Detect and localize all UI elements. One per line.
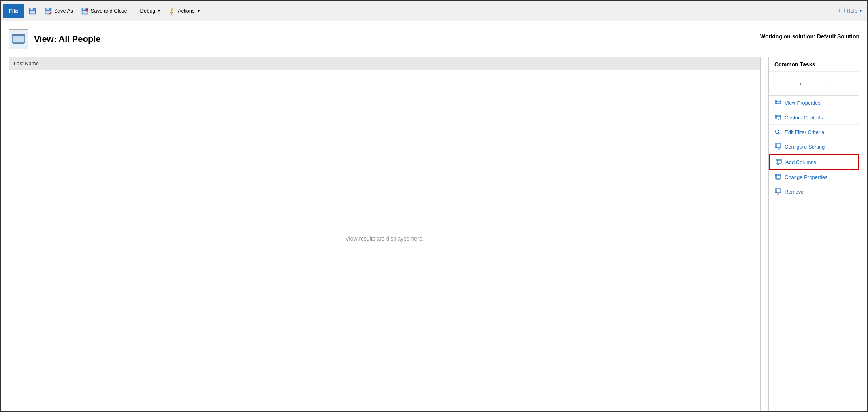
configure-sorting-label: Configure Sorting xyxy=(785,144,825,150)
actions-label: Actions xyxy=(178,8,195,14)
sidebar-item-remove[interactable]: Remove xyxy=(769,184,859,199)
sidebar-item-custom-controls[interactable]: Custom Controls xyxy=(769,110,859,125)
custom-controls-label: Custom Controls xyxy=(785,115,823,120)
page-title: View: All People xyxy=(34,34,101,44)
table-footer xyxy=(9,407,760,411)
edit-filter-icon xyxy=(774,128,781,135)
table-body: View results are displayed here. xyxy=(9,70,760,407)
save-button[interactable] xyxy=(25,4,40,18)
toolbar-right: ⓘ Help ▾ xyxy=(836,5,865,17)
svg-line-28 xyxy=(779,133,781,135)
add-columns-label: Add Columns xyxy=(785,159,816,165)
svg-marker-14 xyxy=(170,8,173,15)
empty-message: View results are displayed here. xyxy=(345,235,424,242)
actions-button[interactable]: Actions ▾ xyxy=(165,4,203,18)
remove-icon xyxy=(774,188,781,195)
custom-controls-icon xyxy=(774,114,781,121)
remove-label: Remove xyxy=(785,189,804,195)
svg-rect-43 xyxy=(775,189,781,193)
edit-filter-label: Edit Filter Criteria xyxy=(785,129,824,135)
sidebar-item-add-columns[interactable]: Add Columns xyxy=(769,154,859,170)
svg-text:A: A xyxy=(49,11,51,15)
view-icon xyxy=(9,29,28,49)
help-label: Help xyxy=(847,8,857,14)
nav-back-button[interactable]: ← xyxy=(797,77,808,90)
help-dropdown-icon: ▾ xyxy=(860,9,862,13)
sidebar-item-view-properties[interactable]: View Properties xyxy=(769,96,859,110)
help-circle-icon: ⓘ xyxy=(839,7,845,15)
svg-rect-3 xyxy=(30,11,35,14)
sidebar-item-edit-filter[interactable]: Edit Filter Criteria xyxy=(769,125,859,139)
configure-sorting-icon xyxy=(774,143,781,150)
table-header: Last Name xyxy=(9,57,760,70)
solution-label: Working on solution: Default Solution xyxy=(760,29,859,40)
save-icon xyxy=(28,7,36,15)
svg-rect-22 xyxy=(775,115,781,119)
change-properties-icon xyxy=(774,173,781,181)
svg-rect-17 xyxy=(13,43,24,44)
actions-icon xyxy=(168,7,176,15)
toolbar: File A Save As xyxy=(1,1,867,21)
main-content: View: All People Working on solution: De… xyxy=(1,21,867,411)
svg-point-25 xyxy=(779,119,780,120)
change-properties-label: Change Properties xyxy=(785,174,827,180)
view-title-area: View: All People xyxy=(9,29,101,49)
save-close-label: Save and Close xyxy=(91,8,127,14)
col-header-lastname: Last Name xyxy=(9,57,362,70)
svg-rect-33 xyxy=(776,159,781,163)
svg-rect-10 xyxy=(83,8,86,10)
save-as-label: Save As xyxy=(54,8,73,14)
toolbar-sep1 xyxy=(134,5,134,17)
svg-rect-2 xyxy=(31,8,32,9)
save-as-icon: A xyxy=(44,7,52,15)
svg-rect-11 xyxy=(82,11,88,14)
sidebar-item-change-properties[interactable]: Change Properties xyxy=(769,170,859,184)
save-close-button[interactable]: Save and Close xyxy=(78,4,130,18)
body-area: Last Name View results are displayed her… xyxy=(9,57,859,411)
table-area: Last Name View results are displayed her… xyxy=(9,57,761,411)
view-properties-icon xyxy=(774,99,781,106)
sidebar-nav-row: ← → xyxy=(769,72,859,96)
sidebar-title: Common Tasks xyxy=(769,57,859,72)
debug-dropdown-icon: ▾ xyxy=(158,9,160,13)
svg-rect-39 xyxy=(775,174,781,178)
file-button[interactable]: File xyxy=(3,4,24,18)
col-header-empty xyxy=(362,57,760,70)
svg-rect-6 xyxy=(47,8,47,9)
sidebar-item-configure-sorting[interactable]: Configure Sorting xyxy=(769,139,859,154)
save-close-icon xyxy=(81,7,89,15)
debug-label: Debug xyxy=(140,8,155,14)
common-tasks-panel: Common Tasks ← → View Properties xyxy=(768,57,859,411)
svg-rect-16 xyxy=(12,34,25,36)
header-row: View: All People Working on solution: De… xyxy=(9,29,859,49)
add-columns-icon xyxy=(775,158,782,166)
debug-button[interactable]: Debug ▾ xyxy=(137,4,163,18)
save-as-button[interactable]: A Save As xyxy=(41,4,76,18)
help-button[interactable]: ⓘ Help ▾ xyxy=(836,5,865,17)
svg-point-27 xyxy=(776,130,779,134)
view-properties-label: View Properties xyxy=(785,100,821,106)
svg-rect-29 xyxy=(775,144,781,148)
svg-rect-18 xyxy=(775,100,781,104)
actions-dropdown-icon: ▾ xyxy=(198,9,200,13)
nav-forward-button[interactable]: → xyxy=(820,77,831,90)
